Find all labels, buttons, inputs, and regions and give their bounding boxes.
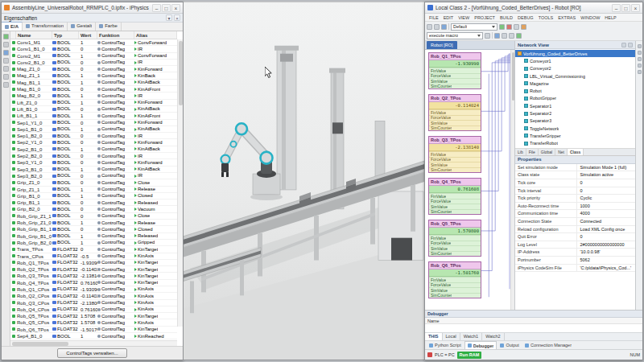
tree-root-item[interactable]: Vorführung_Coded_BetterDrives xyxy=(515,50,635,57)
menu-item[interactable]: EXTRAS xyxy=(555,15,578,20)
view-tab[interactable]: Net xyxy=(555,149,568,155)
menu-item[interactable]: HELP xyxy=(602,15,618,20)
table-row[interactable]: Sep3_Y1_0 BOOL 0 ControlTag KinForward xyxy=(10,159,177,166)
view-tab[interactable]: Lib xyxy=(515,149,526,155)
grid-tool-icon[interactable] xyxy=(3,82,9,88)
debugger-watch-area[interactable] xyxy=(425,324,642,332)
document-tab-robot[interactable]: Robot [RO] xyxy=(427,41,457,49)
tree-item[interactable]: Separator2 xyxy=(515,109,635,117)
tree-item[interactable]: Separator1 xyxy=(515,102,635,109)
table-row[interactable]: Sep2_B2_0 BOOL 0 ControlTag IR xyxy=(10,153,177,159)
table-row[interactable]: Sep3_B1_0 BOOL 1 ControlTag KinAtBack xyxy=(10,167,177,173)
table-row[interactable]: Conv1_M1 BOOL 1 ControlTag ConvForward xyxy=(10,39,177,46)
property-value[interactable]: Connected xyxy=(577,218,635,225)
table-row[interactable]: Mag_Z1_0 BOOL 0 ControlTag KinForward xyxy=(10,66,177,72)
toolbox-icon[interactable] xyxy=(638,51,642,55)
table-row[interactable]: Sep4_B1_0 BOOL 1 ControlTag KinReached xyxy=(10,333,177,339)
panel-menu-icon[interactable]: ▾ xyxy=(166,14,172,21)
save-icon[interactable] xyxy=(441,24,447,30)
table-row[interactable]: Rob_Grip_Z1_1 BOOL 0 ControlTag Close xyxy=(10,213,177,220)
table-row[interactable]: Sep2_Y1_0 BOOL 0 ControlTag KinForward xyxy=(10,139,177,146)
minimize-icon[interactable]: – xyxy=(152,4,161,12)
fbd-block[interactable]: Rob_Q5_TPos 1.570800 FinValue ForceValue… xyxy=(428,220,481,257)
table-row[interactable]: Mag_B2_0 BOOL 1 ControlTag IR xyxy=(10,93,177,99)
menu-item[interactable]: FILE xyxy=(427,15,441,20)
table-row[interactable]: Trans_CPos FLOAT32 -0.5 ControlTag KinAx… xyxy=(10,253,177,260)
run-icon[interactable] xyxy=(499,24,505,30)
watch-tab[interactable]: Local xyxy=(443,333,460,340)
new-file-icon[interactable] xyxy=(427,24,432,30)
table-row[interactable]: Rob_Grip_Z1_0 BOOL 1 ControlTag Release xyxy=(10,220,177,226)
tree-item[interactable]: Magazine xyxy=(515,80,635,87)
table-row[interactable]: Lift_B1_0 BOOL 0 ControlTag KinAtBack xyxy=(10,106,177,113)
table-row[interactable]: Rob_Grip_B1_1 BOOL 0 ControlTag Closed xyxy=(10,226,177,232)
tree-item[interactable]: Robot xyxy=(515,87,635,94)
tree-item[interactable]: TransferRobot xyxy=(515,140,635,147)
stop-icon[interactable] xyxy=(506,24,512,30)
tree-item[interactable]: RobotGripper xyxy=(515,95,635,102)
table-row[interactable]: Rob_Q3_TPos FLOAT32 -2.13814 ControlTag … xyxy=(10,273,177,279)
property-tab[interactable]: Farbe xyxy=(96,22,122,31)
tree-item[interactable]: LBL_Virtual_Commissioning xyxy=(515,72,635,80)
table-row[interactable]: Conv2_B1_0 BOOL 0 ControlTag IR xyxy=(10,60,177,66)
configuration-select[interactable]: Default xyxy=(451,23,497,31)
property-tab[interactable]: Transformation xyxy=(23,22,68,31)
property-value[interactable]: 2#0000000000000000 xyxy=(577,241,635,249)
property-value[interactable]: 5062 xyxy=(577,257,635,264)
connect-icon[interactable] xyxy=(516,33,522,39)
property-value[interactable]: Cyclic xyxy=(577,195,635,202)
fbd-scrollbar[interactable] xyxy=(510,50,514,310)
open-file-icon[interactable] xyxy=(434,24,440,30)
panel-close-icon[interactable] xyxy=(628,43,633,47)
watch-tab[interactable]: Watch2 xyxy=(482,333,504,340)
table-row[interactable]: Rob_Q4_CPos FLOAT32 0.761608 ControlTag … xyxy=(10,306,177,313)
move-tool-icon[interactable] xyxy=(3,50,9,56)
bottom-tab[interactable]: Python Script xyxy=(427,341,464,349)
menu-item[interactable]: DEBUG xyxy=(515,15,536,20)
property-value[interactable]: Simulation Mode 1 (full) xyxy=(577,164,635,171)
bottom-tab[interactable]: Connection Manager xyxy=(522,341,574,349)
build-icon[interactable] xyxy=(514,24,519,30)
table-row[interactable]: Grip_B2_0 BOOL 0 ControlTag Vacuum xyxy=(10,206,177,212)
maximize-icon[interactable]: □ xyxy=(162,4,171,12)
header-typ[interactable]: Typ xyxy=(52,31,79,39)
table-row[interactable]: Rob_Q2_CPos FLOAT32 -0.11402 ControlTag … xyxy=(10,293,177,299)
step-icon[interactable] xyxy=(509,33,514,39)
fbd-block[interactable]: Rob_Q4_TPos 0.761608 FinValue ForceValue… xyxy=(428,178,481,215)
table-row[interactable]: Trans_TPos FLOAT32 0 ControlTag KinTarge… xyxy=(10,246,177,253)
table-row[interactable]: Grip_B1_0 BOOL 1 ControlTag Closed xyxy=(10,193,177,200)
tree-item[interactable]: TransferGripper xyxy=(515,132,635,139)
header-wert[interactable]: Wert xyxy=(79,31,97,39)
tree-item[interactable]: ToggleNetwork xyxy=(515,125,635,132)
menu-item[interactable]: BUILD xyxy=(497,15,515,20)
table-row[interactable]: Rob_Q2_TPos FLOAT32 -0.11402 ControlTag … xyxy=(10,266,177,273)
table-row[interactable]: Conv2_M1 BOOL 1 ControlTag ConvForward xyxy=(10,53,177,60)
fbd-canvas[interactable]: Rob_Q1_TPos -1.930990 FinValue ForceValu… xyxy=(425,50,514,310)
header-alias[interactable]: Alias xyxy=(134,31,177,39)
table-row[interactable]: Rob_Grip_B1_0 BOOL 1 ControlTag Released xyxy=(10,233,177,240)
camera-tool-icon[interactable] xyxy=(3,74,9,80)
table-vertical-scrollbar[interactable] xyxy=(177,39,183,327)
property-value[interactable]: Load XML Config once xyxy=(577,226,635,233)
macro-run-icon[interactable] xyxy=(485,33,490,39)
menu-item[interactable]: VIEW xyxy=(456,15,472,20)
menu-item[interactable]: TOOLS xyxy=(536,15,556,20)
table-row[interactable]: Sep1_B2_0 BOOL 0 ControlTag IR xyxy=(10,133,177,139)
help-icon[interactable] xyxy=(638,70,642,74)
table-row[interactable]: Grip_Z1_0 BOOL 0 ControlTag Close xyxy=(10,179,177,186)
property-tab[interactable]: Gestalt xyxy=(68,22,96,31)
download-icon[interactable] xyxy=(521,24,526,30)
menu-item[interactable]: EDIT xyxy=(441,15,456,20)
table-row[interactable]: Mag_Z1_1 BOOL 1 ControlTag KinBack xyxy=(10,72,177,79)
property-value[interactable]: 'C:/pldata/iPhysics_Cod...' xyxy=(577,265,635,272)
table-row[interactable]: Conv1_B1_0 BOOL 0 ControlTag IR xyxy=(10,46,177,52)
fbd-block[interactable]: Rob_Q2_TPos -0.114024 FinValue ForceValu… xyxy=(428,94,481,131)
measure-tool-icon[interactable] xyxy=(3,66,9,72)
tree-item[interactable]: Separator3 xyxy=(515,117,635,125)
table-row[interactable]: Rob_Q6_TPos FLOAT32 -1.50176 ControlTag … xyxy=(10,327,177,333)
tree-item[interactable]: Conveyor1 xyxy=(515,57,635,64)
view-tab[interactable]: Global xyxy=(539,149,555,155)
table-row[interactable]: Sep2_B1_0 BOOL 1 ControlTag KinAtBack xyxy=(10,146,177,153)
tree-item[interactable]: Conveyor2 xyxy=(515,65,635,72)
bottom-tab[interactable]: Output xyxy=(497,341,522,349)
